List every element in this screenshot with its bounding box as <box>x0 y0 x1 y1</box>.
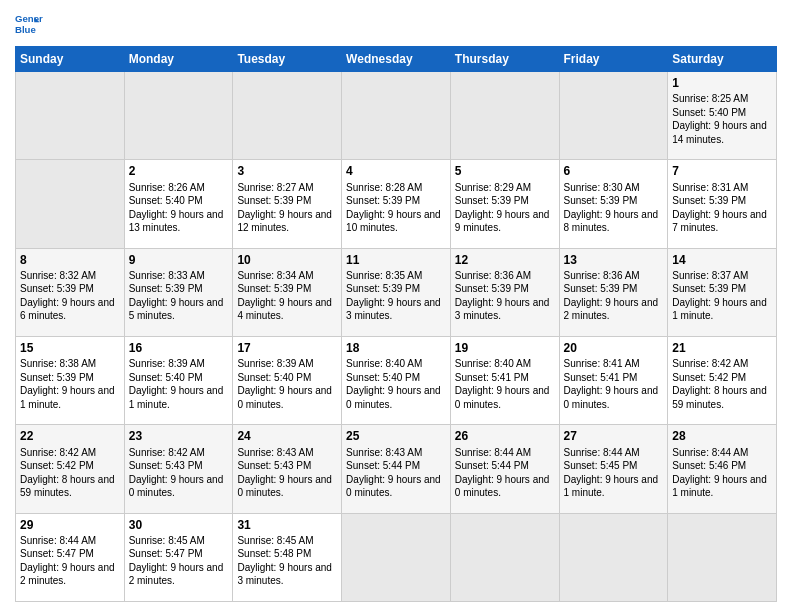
calendar-cell: 3Sunrise: 8:27 AMSunset: 5:39 PMDaylight… <box>233 160 342 248</box>
calendar-cell: 14Sunrise: 8:37 AMSunset: 5:39 PMDayligh… <box>668 248 777 336</box>
calendar-row: 29Sunrise: 8:44 AMSunset: 5:47 PMDayligh… <box>16 513 777 601</box>
calendar-row: 8Sunrise: 8:32 AMSunset: 5:39 PMDaylight… <box>16 248 777 336</box>
day-number: 20 <box>564 340 664 356</box>
day-number: 25 <box>346 428 446 444</box>
calendar-header-row: SundayMondayTuesdayWednesdayThursdayFrid… <box>16 47 777 72</box>
empty-cell <box>559 513 668 601</box>
calendar-cell: 22Sunrise: 8:42 AMSunset: 5:42 PMDayligh… <box>16 425 125 513</box>
calendar-cell: 31Sunrise: 8:45 AMSunset: 5:48 PMDayligh… <box>233 513 342 601</box>
header-wednesday: Wednesday <box>342 47 451 72</box>
day-number: 26 <box>455 428 555 444</box>
calendar-cell: 15Sunrise: 8:38 AMSunset: 5:39 PMDayligh… <box>16 336 125 424</box>
calendar-cell: 7Sunrise: 8:31 AMSunset: 5:39 PMDaylight… <box>668 160 777 248</box>
calendar-cell: 17Sunrise: 8:39 AMSunset: 5:40 PMDayligh… <box>233 336 342 424</box>
header-saturday: Saturday <box>668 47 777 72</box>
day-number: 29 <box>20 517 120 533</box>
empty-cell <box>342 72 451 160</box>
empty-cell <box>559 72 668 160</box>
empty-cell <box>124 72 233 160</box>
header-tuesday: Tuesday <box>233 47 342 72</box>
day-number: 1 <box>672 75 772 91</box>
header: General Blue <box>15 10 777 38</box>
day-number: 7 <box>672 163 772 179</box>
day-number: 3 <box>237 163 337 179</box>
day-number: 8 <box>20 252 120 268</box>
page-container: General Blue SundayMondayTuesdayWednesda… <box>0 0 792 612</box>
calendar-cell: 16Sunrise: 8:39 AMSunset: 5:40 PMDayligh… <box>124 336 233 424</box>
day-number: 27 <box>564 428 664 444</box>
calendar-cell: 23Sunrise: 8:42 AMSunset: 5:43 PMDayligh… <box>124 425 233 513</box>
calendar-cell: 4Sunrise: 8:28 AMSunset: 5:39 PMDaylight… <box>342 160 451 248</box>
empty-cell <box>16 72 125 160</box>
calendar-cell: 24Sunrise: 8:43 AMSunset: 5:43 PMDayligh… <box>233 425 342 513</box>
header-friday: Friday <box>559 47 668 72</box>
day-number: 22 <box>20 428 120 444</box>
calendar-cell: 27Sunrise: 8:44 AMSunset: 5:45 PMDayligh… <box>559 425 668 513</box>
day-number: 12 <box>455 252 555 268</box>
header-monday: Monday <box>124 47 233 72</box>
calendar-cell: 1Sunrise: 8:25 AMSunset: 5:40 PMDaylight… <box>668 72 777 160</box>
calendar-cell: 20Sunrise: 8:41 AMSunset: 5:41 PMDayligh… <box>559 336 668 424</box>
calendar-cell: 9Sunrise: 8:33 AMSunset: 5:39 PMDaylight… <box>124 248 233 336</box>
day-number: 6 <box>564 163 664 179</box>
calendar-row: 22Sunrise: 8:42 AMSunset: 5:42 PMDayligh… <box>16 425 777 513</box>
calendar-cell: 2Sunrise: 8:26 AMSunset: 5:40 PMDaylight… <box>124 160 233 248</box>
day-number: 16 <box>129 340 229 356</box>
empty-cell <box>450 72 559 160</box>
day-number: 28 <box>672 428 772 444</box>
calendar-cell: 26Sunrise: 8:44 AMSunset: 5:44 PMDayligh… <box>450 425 559 513</box>
logo: General Blue <box>15 10 43 38</box>
calendar-cell: 10Sunrise: 8:34 AMSunset: 5:39 PMDayligh… <box>233 248 342 336</box>
day-number: 4 <box>346 163 446 179</box>
day-number: 24 <box>237 428 337 444</box>
calendar-cell: 18Sunrise: 8:40 AMSunset: 5:40 PMDayligh… <box>342 336 451 424</box>
calendar-cell: 13Sunrise: 8:36 AMSunset: 5:39 PMDayligh… <box>559 248 668 336</box>
calendar-table: SundayMondayTuesdayWednesdayThursdayFrid… <box>15 46 777 602</box>
calendar-cell: 28Sunrise: 8:44 AMSunset: 5:46 PMDayligh… <box>668 425 777 513</box>
calendar-cell: 8Sunrise: 8:32 AMSunset: 5:39 PMDaylight… <box>16 248 125 336</box>
day-number: 21 <box>672 340 772 356</box>
header-sunday: Sunday <box>16 47 125 72</box>
empty-cell <box>450 513 559 601</box>
calendar-cell: 21Sunrise: 8:42 AMSunset: 5:42 PMDayligh… <box>668 336 777 424</box>
calendar-row: 2Sunrise: 8:26 AMSunset: 5:40 PMDaylight… <box>16 160 777 248</box>
day-number: 9 <box>129 252 229 268</box>
header-thursday: Thursday <box>450 47 559 72</box>
calendar-row: 1Sunrise: 8:25 AMSunset: 5:40 PMDaylight… <box>16 72 777 160</box>
calendar-cell: 5Sunrise: 8:29 AMSunset: 5:39 PMDaylight… <box>450 160 559 248</box>
day-number: 10 <box>237 252 337 268</box>
day-number: 18 <box>346 340 446 356</box>
calendar-cell: 12Sunrise: 8:36 AMSunset: 5:39 PMDayligh… <box>450 248 559 336</box>
day-number: 2 <box>129 163 229 179</box>
day-number: 17 <box>237 340 337 356</box>
empty-cell <box>233 72 342 160</box>
svg-text:Blue: Blue <box>15 24 36 35</box>
calendar-cell: 29Sunrise: 8:44 AMSunset: 5:47 PMDayligh… <box>16 513 125 601</box>
day-number: 31 <box>237 517 337 533</box>
calendar-row: 15Sunrise: 8:38 AMSunset: 5:39 PMDayligh… <box>16 336 777 424</box>
calendar-cell: 30Sunrise: 8:45 AMSunset: 5:47 PMDayligh… <box>124 513 233 601</box>
day-number: 14 <box>672 252 772 268</box>
day-number: 15 <box>20 340 120 356</box>
calendar-cell: 6Sunrise: 8:30 AMSunset: 5:39 PMDaylight… <box>559 160 668 248</box>
calendar-cell: 11Sunrise: 8:35 AMSunset: 5:39 PMDayligh… <box>342 248 451 336</box>
svg-text:General: General <box>15 13 43 24</box>
day-number: 13 <box>564 252 664 268</box>
day-number: 5 <box>455 163 555 179</box>
empty-cell <box>342 513 451 601</box>
logo-icon: General Blue <box>15 10 43 38</box>
day-number: 11 <box>346 252 446 268</box>
day-number: 30 <box>129 517 229 533</box>
empty-cell <box>668 513 777 601</box>
day-number: 23 <box>129 428 229 444</box>
calendar-cell: 19Sunrise: 8:40 AMSunset: 5:41 PMDayligh… <box>450 336 559 424</box>
empty-cell <box>16 160 125 248</box>
day-number: 19 <box>455 340 555 356</box>
calendar-cell: 25Sunrise: 8:43 AMSunset: 5:44 PMDayligh… <box>342 425 451 513</box>
